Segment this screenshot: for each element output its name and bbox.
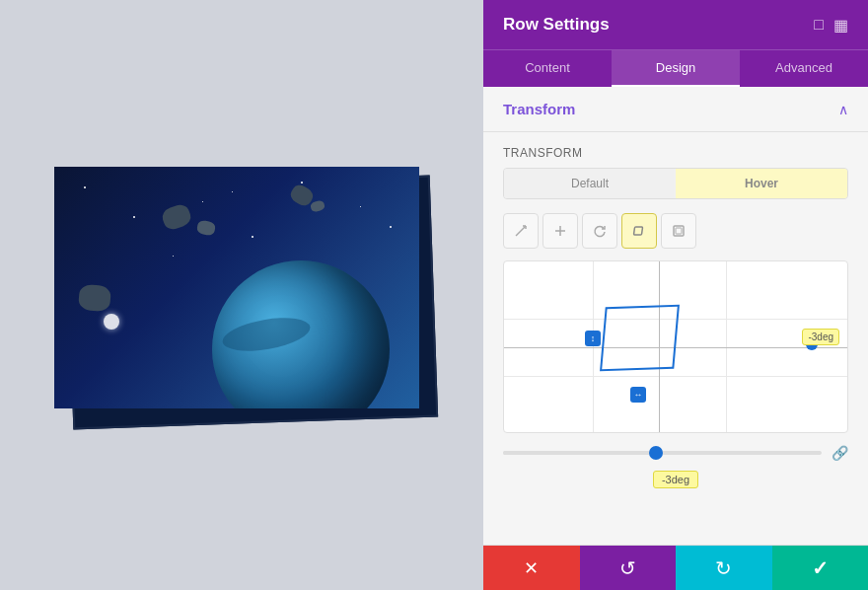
- skew-tool-btn[interactable]: [621, 213, 657, 249]
- cancel-icon: ✕: [524, 557, 539, 579]
- scale-tool-btn[interactable]: [661, 213, 696, 249]
- link-icon[interactable]: 🔗: [832, 445, 848, 461]
- tab-design[interactable]: Design: [612, 50, 740, 87]
- rotate-tool-btn[interactable]: [582, 213, 617, 249]
- redo-button[interactable]: ↻: [676, 546, 772, 590]
- skew-box: [600, 305, 680, 372]
- plus-tool-btn[interactable]: [542, 213, 578, 249]
- panel-content: Transform ∧ Transform Default Hover: [483, 87, 868, 545]
- vertical-handle[interactable]: ↕: [585, 331, 601, 346]
- bottom-toolbar: ✕ ↺ ↻ ✓: [483, 545, 868, 590]
- header-icons: □ ▦: [814, 16, 848, 35]
- image-stack: [54, 167, 429, 423]
- horizontal-handle[interactable]: ↔: [630, 387, 646, 403]
- skew-box-container: ↕ ↔: [603, 306, 682, 385]
- toggle-group: Default Hover: [503, 168, 848, 199]
- copy-icon[interactable]: □: [814, 16, 824, 35]
- columns-icon[interactable]: ▦: [833, 16, 848, 35]
- tab-content[interactable]: Content: [483, 50, 612, 87]
- confirm-button[interactable]: ✓: [772, 546, 869, 590]
- move-tool-btn[interactable]: [503, 213, 539, 249]
- section-body-transform: Transform Default Hover: [483, 132, 868, 502]
- chevron-up-icon: ∧: [838, 102, 848, 117]
- transform-field-label: Transform: [503, 146, 848, 160]
- redo-icon: ↻: [715, 556, 732, 580]
- svg-line-0: [516, 226, 526, 236]
- svg-rect-7: [676, 228, 682, 234]
- slider-thumb-x[interactable]: [649, 446, 663, 460]
- section-title-transform: Transform: [503, 101, 575, 117]
- transform-grid: ↕ ↔ -3deg: [503, 260, 848, 433]
- cancel-button[interactable]: ✕: [483, 546, 580, 590]
- dot-label-right-value: -3deg: [802, 329, 839, 345]
- slider-fill-x: [503, 451, 656, 455]
- undo-icon: ↺: [619, 556, 636, 580]
- canvas-area: [0, 0, 483, 590]
- slider-value-label: -3deg: [653, 471, 698, 488]
- undo-button[interactable]: ↺: [580, 546, 677, 590]
- toggle-hover[interactable]: Hover: [676, 169, 847, 198]
- tabs: Content Design Advanced: [483, 49, 868, 87]
- slider-row-x: 🔗: [503, 445, 848, 461]
- panel-title: Row Settings: [503, 15, 610, 35]
- image-front: [54, 167, 419, 408]
- tab-advanced[interactable]: Advanced: [740, 50, 868, 87]
- moon: [104, 314, 119, 330]
- svg-rect-5: [633, 227, 642, 235]
- panel: Row Settings □ ▦ Content Design Advanced…: [483, 0, 868, 590]
- slider-track-x[interactable]: [503, 451, 822, 455]
- section-header-transform[interactable]: Transform ∧: [483, 87, 868, 132]
- confirm-icon: ✓: [812, 556, 829, 580]
- icon-toolbar: [503, 213, 848, 249]
- panel-header: Row Settings □ ▦: [483, 0, 868, 49]
- toggle-default[interactable]: Default: [504, 169, 676, 198]
